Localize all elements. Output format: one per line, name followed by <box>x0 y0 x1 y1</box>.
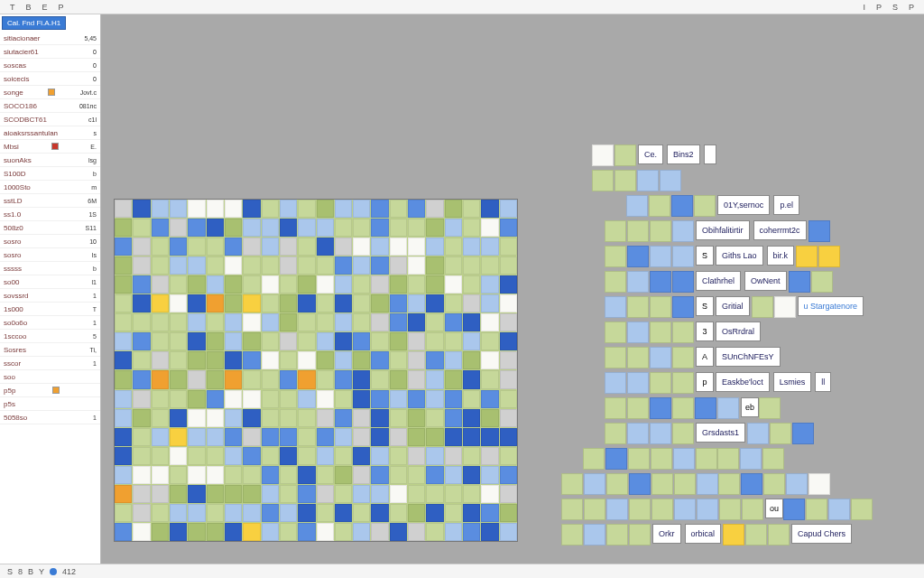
panel-tile[interactable] <box>627 220 649 242</box>
panel-label[interactable] <box>704 144 716 164</box>
mosaic-tile[interactable] <box>280 523 297 541</box>
mosaic-tile[interactable] <box>426 294 443 312</box>
panel-tile[interactable] <box>717 448 739 470</box>
mosaic-tile[interactable] <box>353 238 370 256</box>
sidebar-row[interactable]: 5058so1 <box>0 411 100 424</box>
panel-tile[interactable] <box>650 271 671 293</box>
mosaic-tile[interactable] <box>115 485 132 503</box>
panel-tile[interactable] <box>627 322 649 343</box>
panel-tile[interactable] <box>651 473 673 495</box>
mosaic-tile[interactable] <box>298 428 315 446</box>
mosaic-tile[interactable] <box>115 390 132 408</box>
mosaic-tile[interactable] <box>280 351 297 369</box>
mosaic-tile[interactable] <box>262 294 279 312</box>
mosaic-tile[interactable] <box>408 200 425 218</box>
panel-label[interactable]: Ce. <box>638 144 663 164</box>
mosaic-tile[interactable] <box>298 390 315 408</box>
mosaic-tile[interactable] <box>152 275 169 294</box>
mosaic-tile[interactable] <box>243 466 260 484</box>
mosaic-tile[interactable] <box>133 275 150 294</box>
mosaic-tile[interactable] <box>225 409 242 427</box>
panel-tile[interactable] <box>650 397 671 419</box>
mosaic-tile[interactable] <box>170 332 187 350</box>
panel-tile[interactable] <box>592 144 614 166</box>
mosaic-tile[interactable] <box>262 370 279 388</box>
mosaic-tile[interactable] <box>335 504 352 522</box>
panel-label[interactable]: p.el <box>773 195 799 215</box>
mosaic-tile[interactable] <box>170 504 187 522</box>
mosaic-tile[interactable] <box>371 238 388 256</box>
panel-tile[interactable] <box>605 271 626 293</box>
mosaic-tile[interactable] <box>463 238 480 256</box>
panel-tile[interactable] <box>672 271 694 293</box>
mosaic-tile[interactable] <box>445 523 462 541</box>
mosaic-tile[interactable] <box>298 219 315 237</box>
mosaic-tile[interactable] <box>262 275 279 294</box>
mosaic-tile[interactable] <box>390 351 407 369</box>
panel-tile[interactable] <box>717 397 739 419</box>
mosaic-tile[interactable] <box>445 351 462 369</box>
panel-tile[interactable] <box>637 170 659 191</box>
mosaic-tile[interactable] <box>500 256 517 275</box>
mosaic-tile[interactable] <box>243 370 260 388</box>
mosaic-tile[interactable] <box>298 275 315 294</box>
panel-tile[interactable] <box>606 473 628 495</box>
panel-tile[interactable] <box>629 473 651 495</box>
mosaic-tile[interactable] <box>426 332 443 350</box>
panel-tile[interactable] <box>742 499 763 520</box>
mosaic-tile[interactable] <box>426 409 443 427</box>
mosaic-tile[interactable] <box>500 275 517 294</box>
mosaic-tile[interactable] <box>408 219 425 237</box>
mosaic-tile[interactable] <box>243 523 260 541</box>
mosaic-tile[interactable] <box>335 485 352 503</box>
mosaic-tile[interactable] <box>170 200 187 218</box>
mosaic-tile[interactable] <box>133 313 150 331</box>
mosaic-tile[interactable] <box>408 428 425 446</box>
mosaic-tile[interactable] <box>115 428 132 446</box>
mosaic-tile[interactable] <box>335 219 352 237</box>
mosaic-tile[interactable] <box>500 390 517 408</box>
mosaic-tile[interactable] <box>207 485 224 503</box>
mosaic-tile[interactable] <box>188 523 205 541</box>
mosaic-tile[interactable] <box>408 351 425 369</box>
panel-mini-label[interactable]: A <box>696 347 714 367</box>
mosaic-tile[interactable] <box>207 428 224 446</box>
panel-tail-label[interactable]: u Stargatenore <box>798 296 864 316</box>
mosaic-tile[interactable] <box>280 428 297 446</box>
mosaic-tile[interactable] <box>115 219 132 237</box>
mosaic-tile[interactable] <box>280 332 297 350</box>
panel-label[interactable]: Orkr <box>652 524 681 544</box>
toolbar-item[interactable]: I <box>860 3 868 12</box>
mosaic-tile[interactable] <box>170 294 187 312</box>
mosaic-tile[interactable] <box>243 238 260 256</box>
mosaic-tile[interactable] <box>426 523 443 541</box>
mosaic-tile[interactable] <box>353 294 370 312</box>
mosaic-tile[interactable] <box>188 200 205 218</box>
mosaic-tile[interactable] <box>243 275 260 294</box>
mosaic-tile[interactable] <box>152 219 169 237</box>
mosaic-tile[interactable] <box>317 428 334 446</box>
toolbar-item[interactable]: P <box>56 3 67 12</box>
panel-tile[interactable] <box>650 220 671 242</box>
panel-tile[interactable] <box>719 499 741 520</box>
sidebar-row[interactable]: songeJovt.c <box>0 86 100 99</box>
mosaic-tile[interactable] <box>390 523 407 541</box>
panel-tile[interactable] <box>808 220 830 242</box>
sidebar-row[interactable]: ss1.01S <box>0 208 100 221</box>
panel-label[interactable]: OsRrdral <box>716 322 761 341</box>
mosaic-tile[interactable] <box>152 466 169 484</box>
mosaic-tile[interactable] <box>500 238 517 256</box>
mosaic-tile[interactable] <box>207 409 224 427</box>
sidebar-row[interactable]: MbsiE. <box>0 140 100 154</box>
panel-mini-label[interactable]: 3 <box>696 322 714 341</box>
mosaic-tile[interactable] <box>353 219 370 237</box>
mosaic-tile[interactable] <box>481 466 498 484</box>
mosaic-tile[interactable] <box>317 447 334 465</box>
mosaic-tile[interactable] <box>152 294 169 312</box>
panel-tile[interactable] <box>694 195 716 217</box>
panel-mini-label[interactable]: S <box>696 246 714 266</box>
mosaic-tile[interactable] <box>371 523 388 541</box>
panel-label[interactable]: 01Y,sernoc <box>717 195 770 215</box>
mosaic-tile[interactable] <box>298 409 315 427</box>
panel-tile[interactable] <box>752 296 773 318</box>
